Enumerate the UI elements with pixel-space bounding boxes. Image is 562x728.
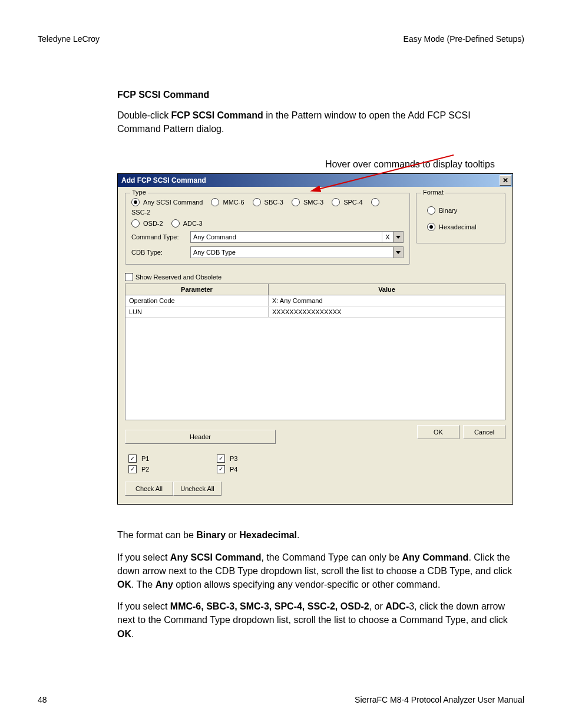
- table-row[interactable]: Operation Code X: Any Command: [125, 295, 505, 307]
- format-legend: Format: [421, 189, 445, 196]
- cdb-type-value: Any CDB Type: [191, 247, 393, 258]
- command-type-label: Command Type:: [131, 233, 190, 241]
- add-fcp-scsi-dialog: Add FCP SCSI Command ✕ Type Any SCSI Com…: [117, 173, 513, 505]
- radio-hex[interactable]: [427, 223, 435, 231]
- radio-spc4[interactable]: [332, 198, 340, 206]
- dialog-titlebar: Add FCP SCSI Command ✕: [118, 174, 513, 187]
- header-right: Easy Mode (Pre-Defined Setups): [404, 34, 524, 44]
- close-icon[interactable]: ✕: [500, 175, 511, 186]
- radio-mmc6[interactable]: [211, 198, 219, 206]
- command-type-combo[interactable]: Any Command X: [190, 231, 404, 243]
- uncheck-all-button[interactable]: Uncheck All: [173, 482, 222, 496]
- any-scsi-paragraph: If you select Any SCSI Command, the Comm…: [117, 551, 514, 592]
- section-title: FCP SCSI Command: [117, 90, 514, 100]
- header-left: Teledyne LeCroy: [38, 34, 100, 44]
- radio-binary[interactable]: [427, 206, 435, 215]
- format-paragraph: The format can be Binary or Hexadecimal.: [117, 528, 514, 542]
- intro-paragraph: Double-click FCP SCSI Command in the Pat…: [117, 108, 514, 136]
- radio-smc3[interactable]: [292, 198, 300, 206]
- check-all-button[interactable]: Check All: [125, 482, 173, 496]
- type-legend: Type: [130, 189, 148, 196]
- type-group: Type Any SCSI Command MMC-6 SBC-3 SMC-3 …: [125, 193, 410, 265]
- radio-osd2[interactable]: [131, 219, 140, 228]
- command-type-clear-icon[interactable]: X: [382, 232, 393, 242]
- format-group: Format Binary Hexadecimal: [416, 193, 505, 243]
- radio-adc3[interactable]: [171, 219, 180, 228]
- chevron-down-icon[interactable]: [393, 232, 403, 242]
- cdb-type-label: CDB Type:: [131, 249, 190, 256]
- manual-name: SierraFC M8-4 Protocol Analyzer User Man…: [355, 695, 524, 704]
- cdb-type-combo[interactable]: Any CDB Type: [190, 246, 404, 258]
- cancel-button[interactable]: Cancel: [463, 425, 505, 439]
- radio-any-scsi[interactable]: [131, 198, 140, 206]
- col-parameter: Parameter: [125, 284, 269, 295]
- header-button[interactable]: Header: [125, 430, 276, 444]
- page-number: 48: [38, 695, 47, 704]
- spec-list-paragraph: If you select MMC-6, SBC-3, SMC-3, SPC-4…: [117, 599, 514, 641]
- radio-sbc3[interactable]: [253, 198, 261, 206]
- ok-button[interactable]: OK: [417, 425, 459, 439]
- command-type-value: Any Command: [191, 232, 382, 242]
- col-value: Value: [269, 284, 505, 295]
- show-reserved-checkbox[interactable]: [125, 273, 133, 281]
- p1-checkbox[interactable]: [128, 454, 137, 463]
- p3-checkbox[interactable]: [217, 454, 225, 463]
- chevron-down-icon[interactable]: [393, 247, 403, 258]
- p2-checkbox[interactable]: [128, 465, 137, 473]
- show-reserved-label: Show Reserved and Obsolete: [135, 274, 222, 281]
- p4-checkbox[interactable]: [217, 465, 225, 473]
- table-row[interactable]: LUN XXXXXXXXXXXXXXXX: [125, 307, 505, 318]
- radio-ssc2[interactable]: [371, 198, 379, 206]
- tooltip-caption: Hover over commands to display tooltips: [117, 159, 495, 170]
- parameter-table: Parameter Value Operation Code X: Any Co…: [125, 284, 505, 420]
- dialog-title: Add FCP SCSI Command: [121, 176, 206, 185]
